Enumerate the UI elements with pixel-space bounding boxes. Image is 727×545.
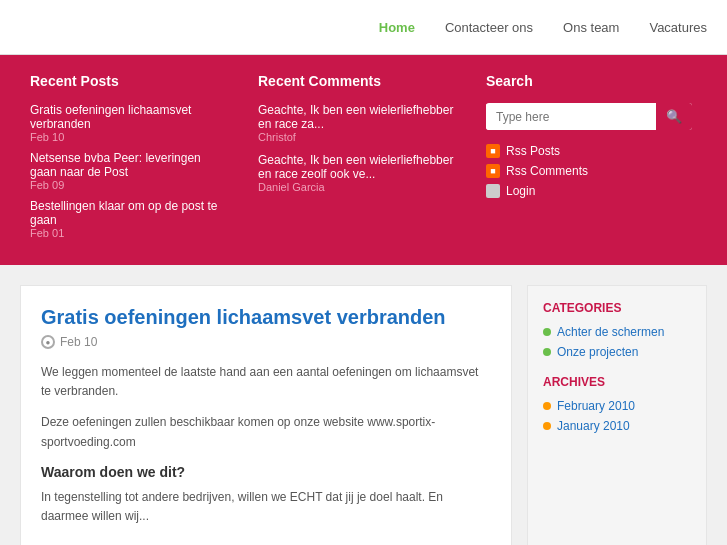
header: Home Contacteer ons Ons team Vacatures — [0, 0, 727, 55]
article-date: Feb 10 — [60, 335, 97, 349]
post-item-2: Netsense bvba Peer: leveringen gaan naar… — [30, 151, 228, 191]
rss-comments-link[interactable]: ■ Rss Comments — [486, 164, 692, 178]
post-title-1: Gratis oefeningen lichaamsvet verbranden — [30, 103, 228, 131]
nav-contact[interactable]: Contacteer ons — [445, 20, 533, 35]
dot-icon-3 — [543, 402, 551, 410]
post-title-2: Netsense bvba Peer: leveringen gaan naar… — [30, 151, 228, 179]
recent-posts-col: Recent Posts Gratis oefeningen lichaamsv… — [20, 73, 243, 247]
post-item-3: Bestellingen klaar om op de post te gaan… — [30, 199, 228, 239]
archive-item-2[interactable]: January 2010 — [543, 419, 691, 433]
categories-list: Achter de schermen Onze projecten — [543, 325, 691, 359]
recent-comments-title: Recent Comments — [258, 73, 456, 89]
dot-icon-4 — [543, 422, 551, 430]
article-title: Gratis oefeningen lichaamsvet verbranden — [41, 306, 491, 329]
search-button[interactable]: 🔍 — [656, 103, 692, 130]
category-label-1: Achter de schermen — [557, 325, 664, 339]
login-link[interactable]: Login — [486, 184, 692, 198]
rss-posts-link[interactable]: ■ Rss Posts — [486, 144, 692, 158]
archive-item-1[interactable]: February 2010 — [543, 399, 691, 413]
archives-title: ARCHIVES — [543, 375, 691, 389]
post-date-1: Feb 10 — [30, 131, 228, 143]
article-body: We leggen momenteel de laatste hand aan … — [41, 363, 491, 526]
comment-author-1: Christof — [258, 131, 456, 143]
article-para-1: We leggen momenteel de laatste hand aan … — [41, 363, 491, 401]
nav-team[interactable]: Ons team — [563, 20, 619, 35]
nav-vacatures[interactable]: Vacatures — [649, 20, 707, 35]
article-meta: ● Feb 10 — [41, 335, 491, 349]
rss-posts-label: Rss Posts — [506, 144, 560, 158]
rss-icon-2: ■ — [486, 164, 500, 178]
nav-home[interactable]: Home — [379, 20, 415, 35]
archive-label-1: February 2010 — [557, 399, 635, 413]
rss-links: ■ Rss Posts ■ Rss Comments Login — [486, 144, 692, 198]
article-para-2: Deze oefeningen zullen beschikbaar komen… — [41, 413, 491, 451]
article-sub-para: In tegenstelling tot andere bedrijven, w… — [41, 488, 491, 526]
article-subheading: Waarom doen we dit? — [41, 464, 491, 480]
rss-icon-1: ■ — [486, 144, 500, 158]
info-bar: Recent Posts Gratis oefeningen lichaamsv… — [0, 55, 727, 265]
main-nav: Home Contacteer ons Ons team Vacatures — [379, 20, 707, 35]
search-box: 🔍 — [486, 103, 692, 130]
category-label-2: Onze projecten — [557, 345, 638, 359]
dot-icon-2 — [543, 348, 551, 356]
post-date-2: Feb 09 — [30, 179, 228, 191]
recent-comments-col: Recent Comments Geachte, Ik ben een wiel… — [243, 73, 471, 247]
post-date-3: Feb 01 — [30, 227, 228, 239]
rss-comments-label: Rss Comments — [506, 164, 588, 178]
comment-author-2: Daniel Garcia — [258, 181, 456, 193]
post-title-3: Bestellingen klaar om op de post te gaan — [30, 199, 228, 227]
recent-posts-title: Recent Posts — [30, 73, 228, 89]
search-title: Search — [486, 73, 692, 89]
login-icon — [486, 184, 500, 198]
login-label: Login — [506, 184, 535, 198]
archive-label-2: January 2010 — [557, 419, 630, 433]
comment-text-1: Geachte, Ik ben een wielerliefhebber en … — [258, 103, 456, 131]
sidebar: CATEGORIES Achter de schermen Onze proje… — [527, 285, 707, 545]
category-item-2[interactable]: Onze projecten — [543, 345, 691, 359]
post-item-1: Gratis oefeningen lichaamsvet verbranden… — [30, 103, 228, 143]
article-content: Gratis oefeningen lichaamsvet verbranden… — [20, 285, 512, 545]
clock-icon: ● — [41, 335, 55, 349]
comment-text-2: Geachte, Ik ben een wielerliefhebber en … — [258, 153, 456, 181]
main-area: Gratis oefeningen lichaamsvet verbranden… — [0, 265, 727, 545]
categories-title: CATEGORIES — [543, 301, 691, 315]
search-input[interactable] — [486, 104, 656, 130]
comment-item-1: Geachte, Ik ben een wielerliefhebber en … — [258, 103, 456, 143]
dot-icon-1 — [543, 328, 551, 336]
comment-item-2: Geachte, Ik ben een wielerliefhebber en … — [258, 153, 456, 193]
search-col: Search 🔍 ■ Rss Posts ■ Rss Comments Logi… — [471, 73, 707, 247]
category-item-1[interactable]: Achter de schermen — [543, 325, 691, 339]
archives-list: February 2010 January 2010 — [543, 399, 691, 433]
